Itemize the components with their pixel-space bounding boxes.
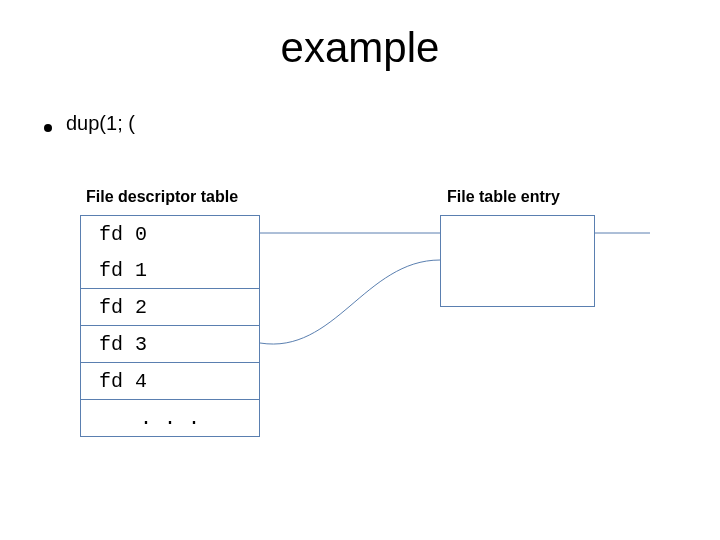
fd-row-4: fd 4 [81, 363, 259, 399]
bullet-text: dup(1; ( [66, 112, 135, 135]
fd-row-2: fd 2 [81, 289, 259, 325]
fd-table: fd 0 fd 1 fd 2 fd 3 fd 4 . . . [80, 215, 260, 437]
slide-title: example [0, 24, 720, 72]
bullet-icon [44, 124, 52, 132]
fd-row-ellipsis: . . . [81, 400, 259, 436]
file-table-entry-box [440, 215, 595, 307]
fd-row-3: fd 3 [81, 326, 259, 362]
fd-table-label: File descriptor table [86, 188, 238, 206]
ft-entry-label: File table entry [447, 188, 560, 206]
fd-row-1: fd 1 [81, 252, 259, 288]
fd-row-0: fd 0 [81, 216, 259, 252]
